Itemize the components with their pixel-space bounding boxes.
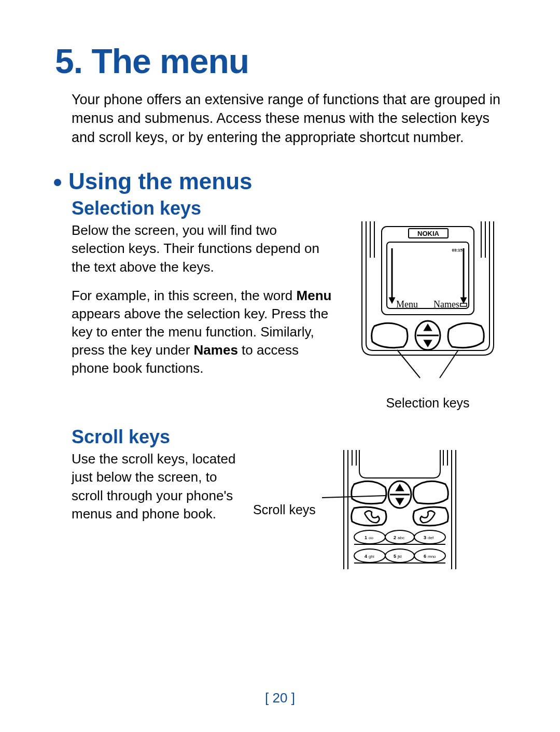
names-word: Names [194, 342, 238, 358]
svg-text:3: 3 [424, 535, 426, 540]
intro-paragraph: Your phone offers an extensive range of … [72, 90, 508, 147]
svg-text:ghi: ghi [369, 554, 374, 559]
scroll-figure-label: Scroll keys [253, 502, 316, 517]
phone-illustration-selection: NOKIA 03:15 Menu Names [347, 221, 508, 392]
selection-para-1: Below the screen, you will find two sele… [72, 221, 332, 276]
scroll-keys-text: Use the scroll keys, located just below … [72, 450, 237, 533]
svg-text:6: 6 [424, 554, 426, 559]
softkey-right-label: Names [433, 299, 459, 309]
svg-text:4: 4 [365, 554, 367, 559]
scroll-keys-heading: Scroll keys [72, 426, 508, 448]
selection-keys-figure: NOKIA 03:15 Menu Names [347, 221, 508, 411]
svg-line-17 [440, 350, 458, 378]
svg-text:1: 1 [365, 535, 367, 540]
selection-keys-block: Below the screen, you will find two sele… [72, 221, 508, 411]
menu-word: Menu [297, 288, 332, 303]
chapter-name: The menu [91, 42, 249, 80]
svg-text:jkl: jkl [397, 554, 402, 559]
scroll-para-1: Use the scroll keys, located just below … [72, 450, 237, 523]
section-title: Using the menus [54, 168, 508, 194]
svg-marker-10 [461, 298, 466, 302]
svg-line-16 [397, 350, 420, 378]
phone-illustration-scroll: 1oo 2abc 3def 4ghi 5jkl 6mno [322, 450, 478, 569]
svg-text:5: 5 [394, 554, 396, 559]
page-number: [ 20 ] [0, 690, 560, 706]
svg-rect-4 [382, 227, 474, 315]
svg-text:mno: mno [428, 554, 436, 559]
svg-text:oo: oo [369, 536, 373, 540]
bullet-icon [54, 179, 61, 186]
selection-para-2: For example, in this screen, the word Me… [72, 287, 332, 377]
selection-keys-text: Below the screen, you will find two sele… [72, 221, 332, 388]
screen-time: 03:15 [452, 248, 463, 252]
softkey-left-label: Menu [396, 299, 418, 309]
selection-keys-heading: Selection keys [72, 198, 508, 219]
chapter-number: 5. [55, 42, 82, 80]
scroll-keys-figure: Scroll keys [253, 450, 478, 569]
section-title-text: Using the menus [68, 168, 253, 194]
page: 5. The menu Your phone offers an extensi… [0, 0, 560, 732]
scroll-keys-block: Use the scroll keys, located just below … [72, 450, 508, 569]
selection-figure-caption: Selection keys [347, 396, 508, 411]
svg-text:abc: abc [398, 536, 404, 540]
nokia-logo: NOKIA [417, 230, 440, 237]
svg-text:2: 2 [394, 535, 396, 540]
chapter-title: 5. The menu [55, 41, 508, 81]
svg-marker-9 [390, 298, 394, 302]
svg-text:def: def [428, 536, 434, 540]
